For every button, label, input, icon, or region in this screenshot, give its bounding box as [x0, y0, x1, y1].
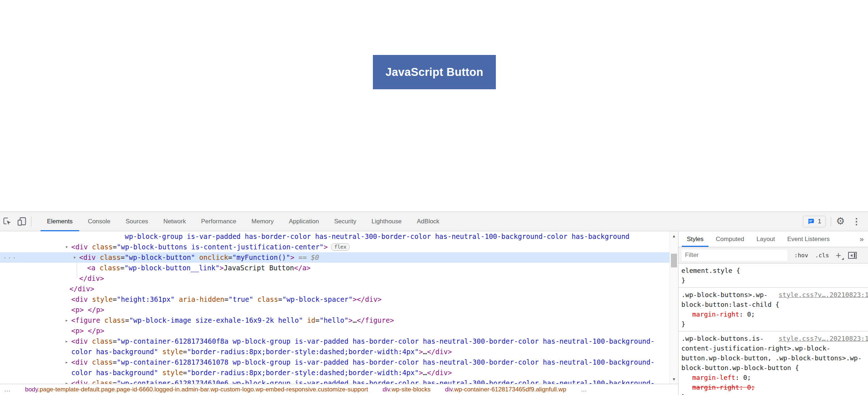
javascript-button[interactable]: JavaScript Button	[373, 55, 496, 89]
breadcrumb-overflow[interactable]: …	[581, 386, 587, 393]
code-token: onclick	[195, 253, 228, 261]
code-token: >	[348, 316, 352, 324]
toolbar-separator	[831, 217, 831, 226]
code-token: "wp-block-spacer"	[282, 295, 352, 303]
property-name: margin-right	[692, 383, 739, 391]
styles-filter-input[interactable]	[682, 250, 787, 261]
tree-row[interactable]: ▸<div class="wp-container-61281734610e6 …	[0, 378, 669, 384]
issues-button[interactable]: 1	[803, 216, 825, 227]
tab-performance[interactable]: Performance	[193, 212, 244, 231]
twisty-collapsed-icon[interactable]: ▸	[65, 336, 68, 347]
twisty-collapsed-icon[interactable]: ▸	[65, 357, 68, 368]
breadcrumb-item[interactable]: body.page-template-default.page.page-id-…	[25, 386, 368, 393]
scrollbar-up-icon[interactable]: ▲	[670, 234, 678, 238]
flex-badge[interactable]: flex	[331, 243, 350, 251]
crumb-classes: .wp-site-blocks	[390, 386, 430, 393]
tree-row[interactable]: <a class="wp-block-button__link">JavaScr…	[0, 263, 669, 273]
hover-state-toggle[interactable]: :hov	[794, 252, 808, 259]
tab-sources[interactable]: Sources	[118, 212, 156, 231]
tree-row[interactable]: ▸<div class="wp-container-6128173460f8a …	[0, 336, 669, 357]
toggle-sidebar-icon[interactable]	[848, 252, 857, 259]
tree-row[interactable]: ...▾<div class="wp-block-button" onclick…	[0, 252, 669, 263]
tab-elements[interactable]: Elements	[39, 212, 80, 231]
styles-tab-computed[interactable]: Computed	[710, 231, 750, 247]
row-options-dots[interactable]: ...	[3, 251, 17, 261]
tree-row[interactable]: <p> </p>	[0, 326, 669, 336]
tree-row[interactable]: </div>	[0, 284, 669, 294]
css-rules-list: element.style {}style.css?v….20210823:1.…	[678, 263, 868, 395]
tree-row[interactable]: </div>	[0, 273, 669, 284]
tab-security[interactable]: Security	[327, 212, 364, 231]
tab-application[interactable]: Application	[281, 212, 327, 231]
code-token: …	[423, 348, 427, 356]
tree-row[interactable]: ▾<div class="wp-block-buttons is-content…	[0, 242, 669, 252]
property-name: margin-right	[692, 310, 739, 318]
code-token: =	[120, 264, 124, 272]
stylesheet-link[interactable]: style.css?v….20210823:1	[779, 334, 868, 343]
styles-tab-styles[interactable]: Styles	[681, 231, 710, 247]
code-token: <div	[79, 253, 96, 261]
code-token: <p>	[71, 306, 84, 314]
code-token: class	[253, 295, 278, 303]
code-token: "wp-block-buttons is-content-justificati…	[117, 243, 324, 251]
new-style-rule-icon[interactable]: +	[836, 251, 841, 260]
stylesheet-link[interactable]: style.css?v….20210823:1	[779, 290, 868, 300]
css-property[interactable]: margin-left: 0;	[681, 373, 865, 382]
class-toggle[interactable]: .cls	[815, 252, 829, 259]
twisty-expanded-icon[interactable]: ▾	[65, 242, 68, 252]
tab-memory[interactable]: Memory	[244, 212, 281, 231]
tab-network[interactable]: Network	[156, 212, 193, 231]
kebab-menu-icon[interactable]: ⋮	[850, 217, 863, 226]
device-toolbar-icon[interactable]	[14, 214, 29, 229]
code-token: </div>	[427, 369, 452, 377]
tab-console[interactable]: Console	[80, 212, 118, 231]
twisty-collapsed-icon[interactable]: ▸	[65, 315, 68, 326]
rule-close-brace: }	[681, 275, 865, 285]
breadcrumb-overflow[interactable]: ...	[4, 386, 10, 393]
tree-row[interactable]: <p> </p>	[0, 305, 669, 315]
tab-lighthouse[interactable]: Lighthouse	[364, 212, 409, 231]
code-token: =	[112, 295, 116, 303]
code-token: …	[423, 369, 427, 377]
twisty-collapsed-icon[interactable]: ▸	[65, 378, 68, 384]
code-token: "wp-container-61281734610e6 wp-block-gro…	[71, 379, 655, 384]
tree-row[interactable]: ▸<figure class="wp-block-image size-exha…	[0, 315, 669, 326]
devtools-toolbar: ElementsConsoleSourcesNetworkPerformance…	[0, 212, 868, 231]
css-property[interactable]: margin-right: 0;	[681, 309, 865, 319]
code-token: >	[290, 253, 294, 261]
code-token: =	[112, 358, 116, 366]
scrollbar-down-icon[interactable]: ▼	[670, 377, 678, 381]
more-tabs-chevron-icon[interactable]: »	[860, 235, 868, 243]
tree-row[interactable]: ▸<div class="wp-container-6128173461078 …	[0, 357, 669, 378]
devtools-panel: ElementsConsoleSourcesNetworkPerformance…	[0, 211, 868, 395]
inspect-element-icon[interactable]	[0, 214, 14, 229]
styles-tab-event-listeners[interactable]: Event Listeners	[781, 231, 836, 247]
elements-scrollbar[interactable]: ▲ ▼	[669, 231, 678, 384]
tree-row[interactable]: <div style="height:361px" aria-hidden="t…	[0, 294, 669, 305]
styles-tab-layout[interactable]: Layout	[750, 231, 781, 247]
code-token	[84, 306, 88, 314]
gear-icon[interactable]: ⚙	[836, 216, 845, 226]
breadcrumb-item[interactable]: div.wp-site-blocks	[383, 386, 431, 393]
code-token: "wp-block-image size-exhale-16x9-2k hell…	[129, 316, 303, 324]
code-token: …	[353, 316, 357, 324]
code-token: "wp-block-button__link"	[124, 264, 220, 272]
tab-adblock[interactable]: AdBlock	[409, 212, 447, 231]
code-token: "true"	[229, 295, 254, 303]
crumb-tag: div	[445, 386, 452, 393]
css-property[interactable]: margin-right: 0;	[681, 382, 865, 392]
scrollbar-thumb[interactable]	[671, 254, 677, 267]
code-token: <figure	[71, 316, 100, 324]
style-rule: element.style {}	[678, 263, 868, 288]
code-token: </figure>	[357, 316, 394, 324]
rule-selector[interactable]: element.style {	[681, 267, 740, 274]
code-token: <div	[71, 337, 88, 345]
code-token: <div	[71, 243, 88, 251]
code-token: =	[224, 295, 228, 303]
code-token: </div>	[79, 274, 104, 282]
rule-selector[interactable]: .wp-block-buttons>.wp-block-button:last-…	[681, 291, 779, 308]
styles-filter-bar: :hov .cls +	[678, 247, 868, 263]
breadcrumb-item[interactable]: div.wp-container-6128173465df9.alignfull…	[445, 386, 566, 393]
code-token: =	[183, 369, 187, 377]
twisty-expanded-icon[interactable]: ▾	[73, 252, 76, 263]
